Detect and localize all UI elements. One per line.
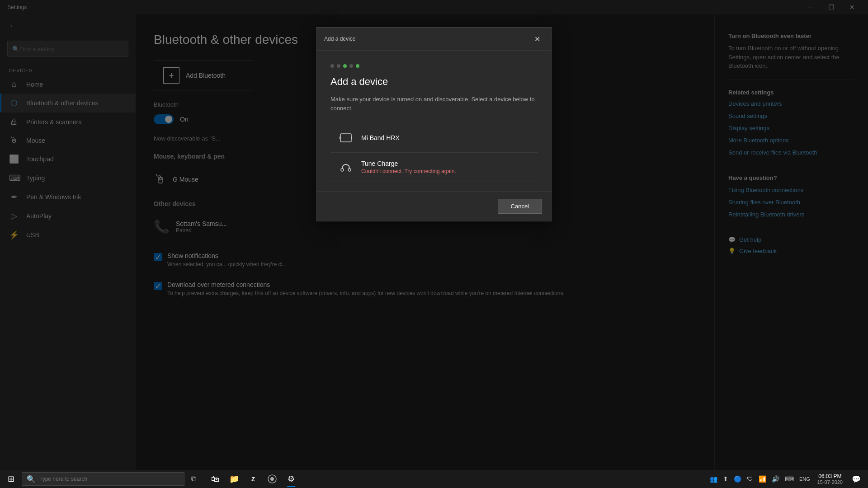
- tunecharge-icon: [338, 159, 354, 175]
- taskbar-app-zoom[interactable]: Z: [244, 470, 262, 488]
- taskbar-search-input[interactable]: [39, 476, 179, 482]
- svg-rect-1: [340, 136, 340, 139]
- dialog-device-miband[interactable]: Mi Band HRX: [330, 123, 538, 153]
- dialog-body: Add a device Make sure your device is tu…: [317, 51, 551, 191]
- cancel-button[interactable]: Cancel: [498, 199, 542, 214]
- taskbar-date: 15-07-2020: [817, 479, 843, 485]
- task-view-icon: ⧉: [191, 475, 196, 483]
- dialog-instructions: Make sure your device is turned on and d…: [330, 95, 538, 113]
- taskbar: ⊞ 🔍 ⧉ 🛍 📁 Z ⚙ 👥 ⬆ 🔵 🛡 📶 🔊 ⌨ ENG 06:03 PM…: [0, 470, 868, 488]
- taskbar-right: 👥 ⬆ 🔵 🛡 📶 🔊 ⌨ ENG 06:03 PM 15-07-2020 💬: [708, 470, 868, 488]
- dialog-heading: Add a device: [330, 76, 538, 88]
- svg-rect-0: [340, 134, 351, 142]
- dialog-titlebar: Add a device ✕: [317, 28, 551, 51]
- dialog-close-button[interactable]: ✕: [530, 32, 544, 46]
- dialog-dot-5: [356, 64, 359, 68]
- miband-icon: [338, 130, 354, 146]
- taskbar-app-settings[interactable]: ⚙: [282, 470, 300, 488]
- svg-point-6: [270, 477, 274, 481]
- taskbar-app-chrome[interactable]: [263, 470, 281, 488]
- dialog-dot-3: [343, 64, 347, 68]
- taskbar-app-explorer[interactable]: 📁: [225, 470, 243, 488]
- taskbar-search-box[interactable]: 🔍: [22, 472, 184, 486]
- taskbar-clock[interactable]: 06:03 PM 15-07-2020: [814, 473, 846, 485]
- svg-rect-2: [351, 136, 352, 139]
- start-button[interactable]: ⊞: [0, 470, 22, 488]
- dialog-dot-4: [349, 64, 353, 68]
- dialog-title-text: Add a device: [324, 36, 355, 42]
- bluetooth-tray-icon: 🔵: [732, 475, 743, 483]
- keyboard-icon: ⌨: [783, 475, 796, 483]
- network-people-icon: 👥: [708, 475, 719, 483]
- task-view-button[interactable]: ⧉: [184, 470, 203, 488]
- dialog-overlay: Add a device ✕ Add a device Make sure yo…: [0, 0, 868, 488]
- antivirus-icon: 🛡: [745, 475, 755, 483]
- taskbar-app-store[interactable]: 🛍: [206, 470, 224, 488]
- miband-name: Mi Band HRX: [361, 134, 400, 141]
- dialog-dot-2: [337, 64, 340, 68]
- dialog-footer: Cancel: [317, 191, 551, 221]
- language-indicator: ENG: [797, 476, 812, 482]
- dialog-dot-1: [330, 64, 334, 68]
- add-device-dialog: Add a device ✕ Add a device Make sure yo…: [316, 27, 552, 221]
- shield-icon: ⬆: [721, 475, 730, 483]
- volume-icon: 🔊: [770, 475, 781, 483]
- wifi-icon: 📶: [757, 475, 768, 483]
- dialog-device-tunecharge[interactable]: Tune Charge Couldn't connect. Try connec…: [330, 153, 538, 182]
- taskbar-search-icon: 🔍: [27, 475, 36, 483]
- taskbar-time: 06:03 PM: [817, 473, 843, 479]
- notification-button[interactable]: 💬: [848, 470, 864, 488]
- taskbar-apps: 🛍 📁 Z ⚙: [206, 470, 300, 488]
- tunecharge-status: Couldn't connect. Try connecting again.: [361, 168, 456, 174]
- tunecharge-name: Tune Charge: [361, 160, 456, 167]
